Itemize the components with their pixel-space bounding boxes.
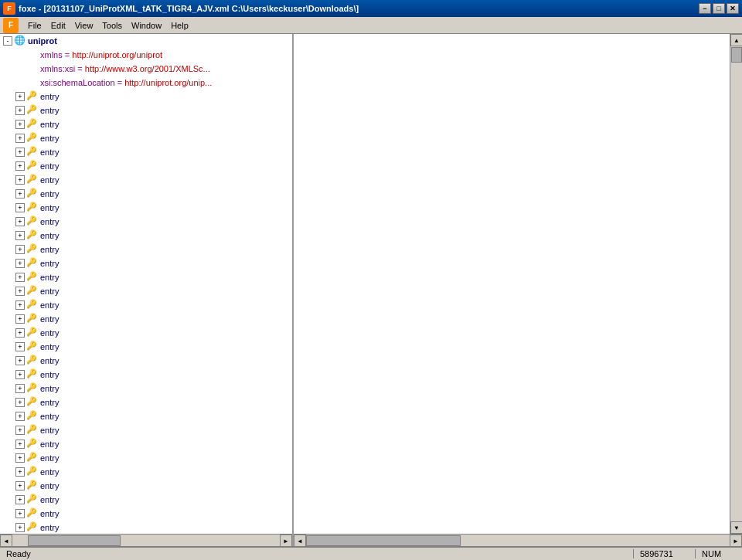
tree-item[interactable]: +🔑entry xyxy=(0,131,292,145)
expand-button[interactable]: + xyxy=(15,175,25,185)
expand-button[interactable]: + xyxy=(15,495,25,504)
tree-item[interactable]: +🔑entry xyxy=(0,479,292,493)
tree-item[interactable]: +🔑entry xyxy=(0,326,292,340)
minimize-button[interactable]: − xyxy=(699,3,711,14)
scroll-left-arrow[interactable]: ◀ xyxy=(0,535,12,547)
close-button[interactable]: ✕ xyxy=(727,3,739,14)
expand-button[interactable]: + xyxy=(15,134,25,143)
menu-tools[interactable]: Tools xyxy=(97,19,127,32)
tree-item[interactable]: +🔑entry xyxy=(0,409,292,423)
expand-button[interactable]: + xyxy=(15,453,25,463)
tree-item[interactable]: xmlns:xsi = http://www.w3.org/2001/XMLSc… xyxy=(0,62,292,76)
tree-item[interactable]: +🔑entry xyxy=(0,243,292,256)
tree-item[interactable]: +🔑entry xyxy=(0,340,292,354)
expand-button[interactable]: + xyxy=(15,106,25,115)
menu-edit[interactable]: Edit xyxy=(46,19,70,32)
expand-button[interactable]: + xyxy=(15,92,25,101)
vscroll-down-arrow[interactable]: ▼ xyxy=(730,521,742,534)
expand-button[interactable]: + xyxy=(15,523,25,532)
tree-item[interactable]: +🔑entry xyxy=(0,507,292,521)
expand-button[interactable]: + xyxy=(15,370,25,379)
expand-button[interactable]: + xyxy=(15,259,25,268)
vscroll-track[interactable] xyxy=(730,46,742,521)
titlebar-buttons[interactable]: − □ ✕ xyxy=(699,3,739,14)
tree-item[interactable]: +🔑entry xyxy=(0,256,292,270)
tree-item[interactable]: +🔑entry xyxy=(0,201,292,215)
expand-button[interactable]: - xyxy=(3,36,12,46)
expand-button[interactable]: + xyxy=(15,231,25,240)
right-hscroll-thumb[interactable] xyxy=(306,535,461,546)
tree-item[interactable]: +🔑entry xyxy=(0,395,292,409)
expand-button[interactable]: + xyxy=(15,287,25,296)
expand-button[interactable]: + xyxy=(15,467,25,477)
entry-icon: 🔑 xyxy=(26,466,39,478)
tree-item[interactable]: +🔑entry xyxy=(0,298,292,312)
tree-item[interactable]: +🔑entry xyxy=(0,117,292,131)
expand-button[interactable]: + xyxy=(15,398,25,407)
expand-button[interactable]: + xyxy=(15,217,25,226)
expand-button[interactable]: + xyxy=(15,120,25,129)
expand-button[interactable]: + xyxy=(15,273,25,282)
expand-button[interactable]: + xyxy=(15,384,25,393)
left-hscroll[interactable]: ◀ ▶ xyxy=(0,534,292,546)
tree-item[interactable]: +🔑entry xyxy=(0,354,292,368)
expand-button[interactable]: + xyxy=(15,203,25,212)
tree-item[interactable]: +🔑entry xyxy=(0,159,292,173)
expand-button[interactable]: + xyxy=(15,509,25,518)
menu-file[interactable]: File xyxy=(23,19,46,32)
vscroll-thumb[interactable] xyxy=(731,47,742,63)
tree-item[interactable]: +🔑entry xyxy=(0,437,292,451)
tree-item[interactable]: +🔑entry xyxy=(0,215,292,229)
tree-item[interactable]: +🔑entry xyxy=(0,229,292,243)
tree-item[interactable]: +🔑entry xyxy=(0,145,292,159)
tree-item-label: entry xyxy=(40,370,59,379)
tree-item[interactable]: +🔑entry xyxy=(0,368,292,382)
expand-button[interactable]: + xyxy=(15,328,25,338)
tree-item[interactable]: +🔑entry xyxy=(0,173,292,187)
tree-item[interactable]: xmlns = http://uniprot.org/uniprot xyxy=(0,48,292,62)
tree-item[interactable]: +🔑entry xyxy=(0,312,292,326)
tree-item[interactable]: +🔑entry xyxy=(0,187,292,201)
tree-item[interactable]: +🔑entry xyxy=(0,104,292,117)
menu-window[interactable]: Window xyxy=(127,19,166,32)
menu-view[interactable]: View xyxy=(70,19,98,32)
tree-item[interactable]: +🔑entry xyxy=(0,423,292,437)
vscroll-up-arrow[interactable]: ▲ xyxy=(730,34,742,46)
right-hscroll-track[interactable] xyxy=(306,535,730,546)
tree-item[interactable]: +🔑entry xyxy=(0,270,292,284)
tree-item[interactable]: +🔑entry xyxy=(0,493,292,507)
tree-item[interactable]: +🔑entry xyxy=(0,90,292,104)
tree-item[interactable]: +🔑entry xyxy=(0,284,292,298)
right-vscroll[interactable]: ▲ ▼ xyxy=(730,34,742,534)
expand-button[interactable]: + xyxy=(15,342,25,351)
tree-item[interactable]: +🔑entry xyxy=(0,521,292,534)
expand-button[interactable]: + xyxy=(15,161,25,171)
menu-help[interactable]: Help xyxy=(166,19,193,32)
right-hscroll-left-arrow[interactable]: ◀ xyxy=(294,535,306,547)
expand-button[interactable]: + xyxy=(15,412,25,421)
tree-scroll[interactable]: -🌐uniprotxmlns = http://uniprot.org/unip… xyxy=(0,34,292,534)
expand-button[interactable]: + xyxy=(15,300,25,310)
expand-button[interactable]: + xyxy=(15,148,25,157)
maximize-button[interactable]: □ xyxy=(713,3,725,14)
xml-scroll[interactable] xyxy=(294,34,730,534)
tree-item[interactable]: +🔑entry xyxy=(0,382,292,395)
status-ready: Ready xyxy=(0,549,634,558)
right-hscroll-right-arrow[interactable]: ▶ xyxy=(730,535,742,547)
titlebar: F foxe - [20131107_UniProtXML_tATK_TIGR4… xyxy=(0,0,742,17)
tree-item[interactable]: xsi:schemaLocation = http://uniprot.org/… xyxy=(0,76,292,90)
scroll-right-arrow[interactable]: ▶ xyxy=(280,535,292,547)
expand-button[interactable]: + xyxy=(15,189,25,199)
tree-item[interactable]: +🔑entry xyxy=(0,451,292,465)
right-hscroll[interactable]: ◀ ▶ xyxy=(294,534,742,546)
tree-item[interactable]: -🌐uniprot xyxy=(0,34,292,48)
left-hscroll-track[interactable] xyxy=(12,535,280,546)
expand-button[interactable]: + xyxy=(15,314,25,324)
expand-button[interactable]: + xyxy=(15,356,25,365)
tree-item[interactable]: +🔑entry xyxy=(0,465,292,479)
expand-button[interactable]: + xyxy=(15,245,25,254)
expand-button[interactable]: + xyxy=(15,481,25,490)
expand-button[interactable]: + xyxy=(15,440,25,449)
expand-button[interactable]: + xyxy=(15,426,25,435)
left-hscroll-thumb[interactable] xyxy=(28,535,121,546)
